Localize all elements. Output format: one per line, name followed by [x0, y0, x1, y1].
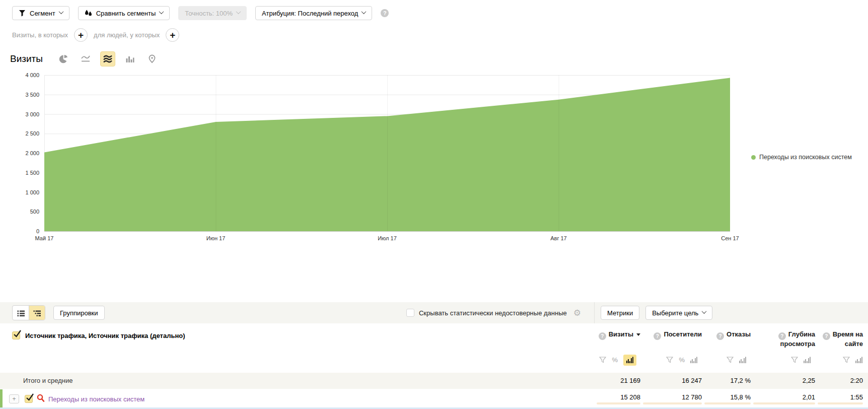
expand-row-button[interactable]: + — [9, 394, 19, 403]
bars-mode-icon[interactable] — [855, 357, 863, 363]
filter-funnel-icon[interactable] — [666, 357, 673, 363]
compare-segments-button[interactable]: Сравнить сегменты — [78, 6, 170, 20]
filter-funnel-icon[interactable] — [727, 357, 734, 363]
totals-bounces: 17,2 % — [702, 377, 751, 384]
checkmark-icon — [13, 330, 21, 338]
row-dimension-link[interactable]: Переходы из поисковых систем — [48, 395, 144, 403]
line-chart-type-button[interactable] — [78, 51, 93, 66]
chart-title: Визиты — [10, 53, 43, 64]
area-chart-type-button[interactable] — [100, 51, 115, 66]
visits-condition-label: Визиты, в которых — [12, 31, 68, 39]
totals-time: 2:20 — [815, 377, 868, 384]
y-axis-tick-label: 2 000 — [0, 150, 39, 156]
filter-funnel-icon[interactable] — [599, 357, 606, 363]
help-icon[interactable]: ? — [716, 332, 724, 340]
bars-mode-icon[interactable] — [739, 357, 747, 363]
chart-legend[interactable]: Переходы из поисковых систем — [751, 154, 852, 161]
column-header-visits[interactable]: ?Визиты — [594, 328, 640, 349]
segment-button[interactable]: Сегмент — [12, 6, 69, 20]
row-visits: 15 208 — [594, 393, 640, 404]
goal-select-label: Выберите цель — [652, 309, 698, 317]
y-axis-tick-label: 3 500 — [0, 92, 39, 98]
table-controls-row: Группировки Скрывать статистически недос… — [0, 302, 868, 323]
help-icon[interactable]: ? — [823, 332, 830, 340]
hide-unreliable-control: Скрывать статистически недостоверные дан… — [406, 308, 581, 318]
add-people-condition-button[interactable]: + — [166, 28, 179, 42]
flat-list-view-button[interactable] — [13, 306, 29, 320]
row-checkbox[interactable] — [25, 395, 33, 403]
add-visit-condition-button[interactable]: + — [74, 28, 88, 42]
row-color-strip — [0, 389, 3, 409]
row-time: 1:55 — [815, 393, 868, 404]
filter-funnel-icon[interactable] — [791, 357, 798, 363]
table-row[interactable]: + Переходы из поисковых систем 15 208 — [0, 389, 868, 409]
column-filters-visitors: % — [640, 352, 702, 369]
bars-mode-icon[interactable] — [804, 357, 811, 363]
column-header-time[interactable]: ?Время на сайте — [815, 328, 868, 349]
report-table: Группировки Скрывать статистически недос… — [0, 302, 868, 409]
goal-select-button[interactable]: Выберите цель — [645, 306, 712, 320]
column-filters-time — [815, 352, 868, 369]
funnel-icon — [19, 10, 26, 17]
bars-mode-icon[interactable] — [623, 355, 636, 366]
totals-depth: 2,25 — [751, 377, 815, 384]
percent-mode-icon[interactable]: % — [679, 356, 685, 364]
totals-visitors: 16 247 — [640, 377, 702, 384]
compare-drops-icon — [85, 10, 92, 17]
table-head: Источник трафика, Источник трафика (дета… — [0, 323, 868, 369]
column-header-visitors[interactable]: ?Посетители — [640, 328, 702, 349]
column-filters-visits: % — [594, 352, 640, 369]
flat-list-icon — [17, 309, 25, 317]
column-label: Посетители — [664, 330, 702, 338]
groupings-button[interactable]: Группировки — [53, 306, 105, 320]
column-header-bounces[interactable]: ?Отказы — [702, 328, 751, 349]
x-axis: Май 17Июн 17Июл 17Авг 17Сен 17 — [0, 232, 868, 245]
x-axis-tick-label: Июл 17 — [378, 235, 397, 241]
pie-chart-type-button[interactable] — [56, 51, 71, 66]
accuracy-button[interactable]: Точность: 100% — [178, 6, 247, 20]
column-label: Глубина просмотра — [780, 330, 815, 348]
segment-builder-row: Визиты, в которых + для людей, у которых… — [12, 28, 868, 42]
metrics-button[interactable]: Метрики — [601, 306, 639, 320]
y-axis-tick-label: 500 — [0, 209, 39, 215]
column-filters-bounces — [702, 352, 751, 369]
help-icon[interactable]: ? — [381, 9, 389, 17]
metric-bar — [643, 402, 702, 404]
column-label: Отказы — [727, 330, 751, 338]
percent-mode-icon[interactable]: % — [612, 356, 618, 364]
totals-row: Итого и средние 21 169 16 247 17,2 % 2,2… — [0, 373, 868, 389]
legend-series-label: Переходы из поисковых систем — [759, 154, 852, 161]
column-header-depth[interactable]: ?Глубина просмотра — [751, 328, 815, 349]
map-pin-icon — [148, 54, 157, 63]
bars-mode-icon[interactable] — [690, 357, 698, 363]
totals-visits: 21 169 — [594, 377, 640, 384]
dimension-label: Источник трафика, Источник трафика (дета… — [25, 331, 185, 339]
tree-list-view-button[interactable] — [29, 306, 45, 320]
help-icon[interactable]: ? — [654, 332, 661, 340]
y-axis: 05001 0001 5002 0002 5003 0003 5004 000 — [0, 75, 40, 232]
gear-icon[interactable]: ⚙ — [573, 308, 581, 318]
search-engine-icon — [37, 394, 45, 404]
column-label: Время на сайте — [833, 330, 863, 348]
x-axis-tick-label: Авг 17 — [550, 235, 566, 241]
row-bounces: 15,8 % — [702, 393, 751, 404]
column-chart-type-button[interactable] — [122, 51, 137, 66]
help-icon[interactable]: ? — [778, 332, 786, 340]
attribution-label: Атрибуция: Последний переход — [262, 10, 358, 17]
visits-area-chart[interactable] — [44, 75, 730, 232]
hide-unreliable-checkbox[interactable] — [406, 309, 414, 317]
y-axis-tick-label: 3 000 — [0, 111, 39, 117]
dimension-checkbox[interactable] — [12, 331, 20, 339]
metric-bar — [597, 402, 640, 404]
help-icon[interactable]: ? — [599, 332, 606, 340]
filter-funnel-icon[interactable] — [843, 357, 850, 363]
chevron-down-icon — [361, 9, 367, 14]
map-chart-type-button[interactable] — [144, 51, 160, 66]
metric-bar — [818, 402, 863, 404]
chevron-down-icon — [702, 309, 707, 314]
column-filters-depth — [751, 352, 815, 369]
metric-bar — [704, 402, 751, 404]
y-axis-tick-label: 1 000 — [0, 189, 39, 195]
dimension-header: Источник трафика, Источник трафика (дета… — [0, 328, 594, 369]
attribution-button[interactable]: Атрибуция: Последний переход — [255, 6, 372, 20]
